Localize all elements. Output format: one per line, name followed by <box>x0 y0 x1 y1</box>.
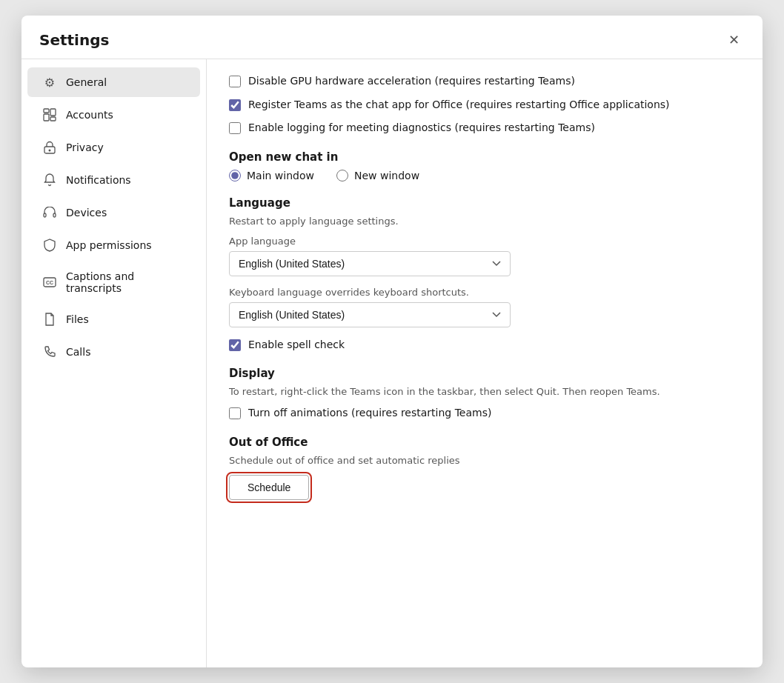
shield-icon <box>42 238 57 253</box>
svg-rect-7 <box>53 213 56 217</box>
display-title: Display <box>229 367 740 380</box>
sidebar-item-label-accounts: Accounts <box>66 109 113 121</box>
spell-check-label: Enable spell check <box>248 338 345 353</box>
sidebar-item-files[interactable]: Files <box>27 304 200 334</box>
animations-checkbox[interactable] <box>229 407 241 419</box>
language-subtitle: Restart to apply language settings. <box>229 216 740 227</box>
sidebar-item-notifications[interactable]: Notifications <box>27 165 200 195</box>
sidebar-item-label-captions: Captions and transcripts <box>66 270 185 294</box>
accounts-icon <box>42 107 57 122</box>
dialog-header: Settings ✕ <box>21 16 763 59</box>
register-chat-label: Register Teams as the chat app for Offic… <box>248 98 670 113</box>
sidebar-item-accounts[interactable]: Accounts <box>27 100 200 130</box>
animations-label: Turn off animations (requires restarting… <box>248 406 491 421</box>
svg-rect-2 <box>50 109 56 116</box>
out-of-office-subtitle: Schedule out of office and set automatic… <box>229 455 740 466</box>
display-subtitle: To restart, right-click the Teams icon i… <box>229 386 740 397</box>
animations-row: Turn off animations (requires restarting… <box>229 406 740 421</box>
open-new-chat-title: Open new chat in <box>229 150 740 164</box>
spell-check-row: Enable spell check <box>229 338 740 353</box>
bell-icon <box>42 173 57 187</box>
sidebar-item-label-notifications: Notifications <box>66 174 131 186</box>
spell-check-checkbox[interactable] <box>229 339 241 351</box>
sidebar-item-label-general: General <box>66 76 107 88</box>
sidebar-item-captions[interactable]: CC Captions and transcripts <box>27 263 200 301</box>
svg-point-5 <box>49 150 51 152</box>
top-checkboxes: Disable GPU hardware acceleration (requi… <box>229 74 740 136</box>
close-button[interactable]: ✕ <box>722 29 745 51</box>
sidebar-item-general[interactable]: ⚙ General <box>27 67 200 97</box>
app-language-label: App language <box>229 236 740 247</box>
open-new-chat-section: Open new chat in Main window New window <box>229 150 740 181</box>
svg-rect-0 <box>44 109 49 113</box>
sidebar-item-label-files: Files <box>66 313 89 325</box>
app-language-select[interactable]: English (United States) <box>229 251 511 276</box>
dialog-body: ⚙ General Accounts <box>21 59 763 667</box>
headset-icon <box>42 205 57 220</box>
settings-dialog: Settings ✕ ⚙ General Accounts <box>21 16 763 667</box>
dialog-title: Settings <box>39 31 109 49</box>
radio-group-new-chat: Main window New window <box>229 170 740 181</box>
phone-icon <box>42 344 57 359</box>
sidebar-item-devices[interactable]: Devices <box>27 198 200 227</box>
disable-gpu-label: Disable GPU hardware acceleration (requi… <box>248 74 575 89</box>
keyboard-note: Keyboard language overrides keyboard sho… <box>229 287 740 298</box>
svg-rect-1 <box>44 114 49 121</box>
sidebar-item-app-permissions[interactable]: App permissions <box>27 230 200 260</box>
sidebar-item-label-devices: Devices <box>66 207 107 219</box>
out-of-office-title: Out of Office <box>229 436 740 449</box>
lock-icon <box>42 140 57 155</box>
checkbox-row-disable-gpu: Disable GPU hardware acceleration (requi… <box>229 74 740 89</box>
svg-text:CC: CC <box>46 280 53 285</box>
radio-new-window-input[interactable] <box>336 170 348 181</box>
language-title: Language <box>229 196 740 210</box>
file-icon <box>42 312 57 327</box>
gear-icon: ⚙ <box>42 75 57 90</box>
schedule-button[interactable]: Schedule <box>229 475 309 500</box>
captions-icon: CC <box>42 275 57 290</box>
radio-main-window-label: Main window <box>247 170 314 181</box>
checkbox-row-enable-logging: Enable logging for meeting diagnostics (… <box>229 121 740 136</box>
sidebar-item-label-calls: Calls <box>66 346 90 358</box>
out-of-office-section: Out of Office Schedule out of office and… <box>229 436 740 500</box>
language-section: Language Restart to apply language setti… <box>229 196 740 353</box>
enable-logging-checkbox[interactable] <box>229 122 241 134</box>
sidebar-item-calls[interactable]: Calls <box>27 337 200 367</box>
radio-new-window-label: New window <box>354 170 419 181</box>
sidebar-item-privacy[interactable]: Privacy <box>27 133 200 162</box>
keyboard-language-select[interactable]: English (United States) <box>229 302 511 327</box>
svg-rect-3 <box>50 117 56 121</box>
radio-main-window[interactable]: Main window <box>229 170 314 181</box>
enable-logging-label: Enable logging for meeting diagnostics (… <box>248 121 595 136</box>
radio-new-window[interactable]: New window <box>336 170 419 181</box>
checkbox-row-register-chat: Register Teams as the chat app for Offic… <box>229 98 740 113</box>
radio-main-window-input[interactable] <box>229 170 241 181</box>
sidebar: ⚙ General Accounts <box>21 59 207 667</box>
display-section: Display To restart, right-click the Team… <box>229 367 740 421</box>
main-content: Disable GPU hardware acceleration (requi… <box>207 59 763 667</box>
sidebar-item-label-privacy: Privacy <box>66 141 104 153</box>
sidebar-item-label-app-permissions: App permissions <box>66 239 152 251</box>
svg-rect-6 <box>44 213 46 217</box>
disable-gpu-checkbox[interactable] <box>229 76 241 87</box>
register-chat-checkbox[interactable] <box>229 99 241 111</box>
